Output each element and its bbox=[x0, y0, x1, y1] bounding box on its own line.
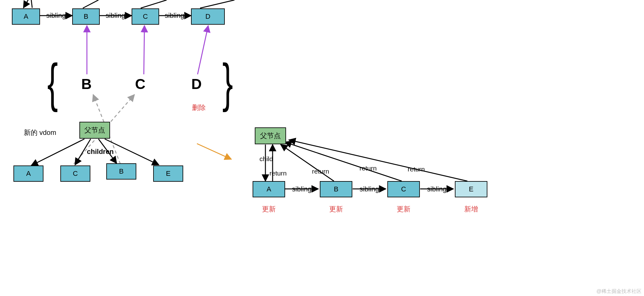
old-node-b: B bbox=[72, 8, 100, 25]
tag-c: 更新 bbox=[397, 205, 410, 214]
tag-b: 更新 bbox=[329, 205, 343, 214]
result-sibling-3: sibling bbox=[427, 185, 446, 193]
sibling-label-2: sibling bbox=[106, 12, 125, 20]
svg-line-13 bbox=[31, 139, 84, 165]
return-label-2: return bbox=[312, 168, 329, 175]
svg-line-21 bbox=[285, 142, 402, 181]
result-parent-node: 父节点 bbox=[255, 127, 286, 144]
svg-line-1 bbox=[31, 0, 32, 8]
vdom-child-c: C bbox=[60, 165, 90, 182]
map-item-b: B bbox=[81, 76, 92, 92]
old-node-d: D bbox=[191, 8, 225, 25]
delete-label: 删除 bbox=[192, 103, 206, 112]
result-sibling-1: sibling bbox=[292, 185, 311, 193]
map-item-c: C bbox=[135, 76, 145, 92]
old-node-c: C bbox=[132, 8, 159, 25]
sibling-label-3: sibling bbox=[165, 12, 184, 20]
return-label-3: return bbox=[360, 165, 377, 172]
brace-right-icon: } bbox=[222, 56, 233, 109]
return-label-1: return bbox=[269, 170, 287, 177]
vdom-child-a: A bbox=[13, 165, 43, 182]
return-label-4: return bbox=[408, 165, 425, 173]
vdom-caption: 新的 vdom bbox=[24, 128, 56, 137]
result-leaf-c: C bbox=[387, 181, 420, 197]
children-label: children bbox=[87, 148, 114, 156]
map-item-d: D bbox=[191, 76, 202, 92]
svg-line-2 bbox=[83, 0, 98, 8]
vdom-parent-node: 父节点 bbox=[79, 122, 110, 139]
svg-line-10 bbox=[198, 26, 208, 74]
svg-line-0 bbox=[23, 0, 28, 8]
result-leaf-e: E bbox=[455, 181, 487, 197]
old-node-a: A bbox=[12, 8, 40, 25]
tag-e: 新增 bbox=[464, 205, 478, 214]
vdom-child-b: B bbox=[106, 163, 136, 180]
svg-line-3 bbox=[141, 0, 167, 8]
sibling-label-1: sibling bbox=[46, 12, 66, 20]
svg-line-17 bbox=[197, 144, 231, 159]
child-label: child bbox=[259, 155, 273, 163]
result-sibling-2: sibling bbox=[360, 185, 379, 193]
result-leaf-b: B bbox=[320, 181, 352, 197]
result-leaf-a: A bbox=[253, 181, 285, 197]
tag-a: 更新 bbox=[262, 205, 276, 214]
vdom-child-e: E bbox=[153, 165, 183, 182]
svg-line-4 bbox=[200, 0, 234, 8]
svg-line-9 bbox=[144, 26, 144, 74]
watermark: @稀土掘金技术社区 bbox=[596, 288, 641, 295]
svg-line-20 bbox=[281, 145, 334, 181]
brace-left-icon: { bbox=[47, 56, 58, 109]
